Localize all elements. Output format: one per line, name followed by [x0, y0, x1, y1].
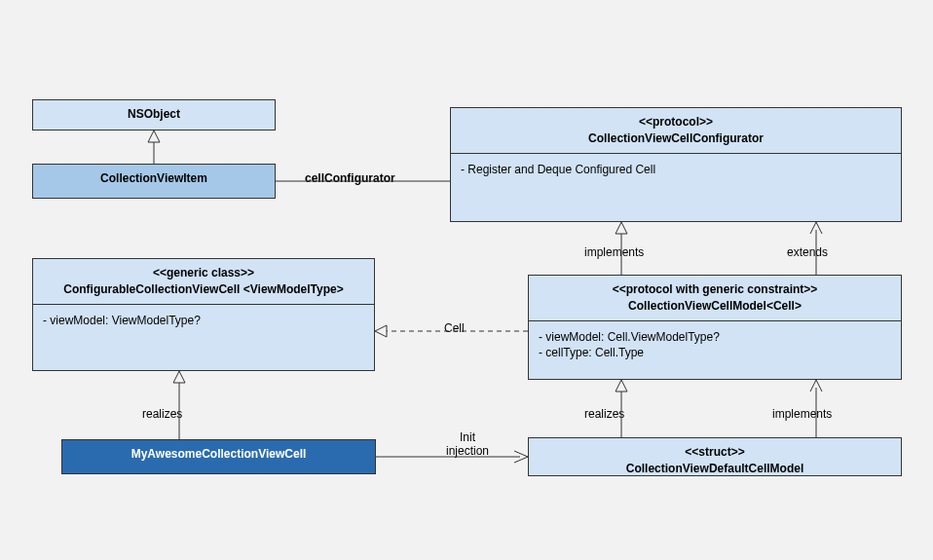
- defaultmodel-stereo: <<struct>>: [537, 444, 893, 461]
- class-title: <<generic class>> ConfigurableCollection…: [33, 259, 374, 304]
- configurable-stereo: <<generic class>>: [41, 265, 366, 281]
- label-injection: injection: [446, 444, 489, 458]
- label-init: Init: [446, 430, 489, 444]
- class-collectionviewitem: CollectionViewItem: [32, 164, 276, 199]
- class-body: - viewModel: ViewModelType?: [33, 304, 374, 364]
- collectionviewitem-title: CollectionViewItem: [100, 171, 207, 185]
- label-realizes-2: realizes: [584, 407, 624, 421]
- configurable-title: ConfigurableCollectionViewCell <ViewMode…: [63, 282, 343, 296]
- label-extends: extends: [787, 245, 828, 259]
- cellmodel-body1: - viewModel: Cell.ViewModelType?: [539, 329, 891, 346]
- cellmodel-body2: - cellType: Cell.Type: [539, 345, 891, 361]
- label-init-injection: Init injection: [446, 430, 489, 458]
- class-title: CollectionViewItem: [33, 165, 275, 193]
- nsobject-title: NSObject: [128, 107, 180, 121]
- configurable-body: - viewModel: ViewModelType?: [43, 313, 364, 329]
- class-title: <<protocol with generic constraint>> Col…: [529, 276, 901, 320]
- configurator-title: CollectionViewCellConfigurator: [588, 131, 764, 145]
- defaultmodel-title: CollectionViewDefaultCellModel: [626, 462, 803, 475]
- svg-marker-4: [616, 222, 627, 234]
- label-cell: Cell: [444, 321, 465, 335]
- svg-marker-7: [375, 325, 387, 337]
- svg-marker-11: [616, 380, 627, 392]
- class-default-model: <<struct>> CollectionViewDefaultCellMode…: [528, 437, 902, 476]
- svg-marker-9: [173, 371, 185, 383]
- cellmodel-stereo: <<protocol with generic constraint>>: [537, 281, 893, 298]
- label-implements-1: implements: [584, 245, 644, 259]
- class-title: <<struct>> CollectionViewDefaultCellMode…: [529, 438, 901, 483]
- class-body: - viewModel: Cell.ViewModelType? - cellT…: [529, 320, 901, 370]
- class-title: <<protocol>> CollectionViewCellConfigura…: [451, 108, 901, 153]
- class-nsobject: NSObject: [32, 99, 276, 131]
- cellmodel-title: CollectionViewCellModel<Cell>: [628, 299, 802, 313]
- class-title: MyAwesomeCollectionViewCell: [62, 440, 375, 468]
- label-realizes-1: realizes: [142, 407, 182, 421]
- class-body: - Register and Deque Configured Cell: [451, 153, 901, 186]
- class-configurable-cell: <<generic class>> ConfigurableCollection…: [32, 258, 375, 371]
- svg-marker-1: [148, 131, 160, 142]
- myawesome-title: MyAwesomeCollectionViewCell: [131, 447, 307, 461]
- configurator-stereo: <<protocol>>: [459, 114, 893, 131]
- class-cell-model: <<protocol with generic constraint>> Col…: [528, 275, 902, 380]
- class-title: NSObject: [33, 100, 275, 129]
- label-implements-2: implements: [772, 407, 832, 421]
- class-configurator: <<protocol>> CollectionViewCellConfigura…: [450, 107, 902, 222]
- label-cellconfigurator: cellConfigurator: [305, 171, 395, 185]
- class-myawesome: MyAwesomeCollectionViewCell: [61, 439, 376, 474]
- configurator-body: - Register and Deque Configured Cell: [461, 162, 891, 178]
